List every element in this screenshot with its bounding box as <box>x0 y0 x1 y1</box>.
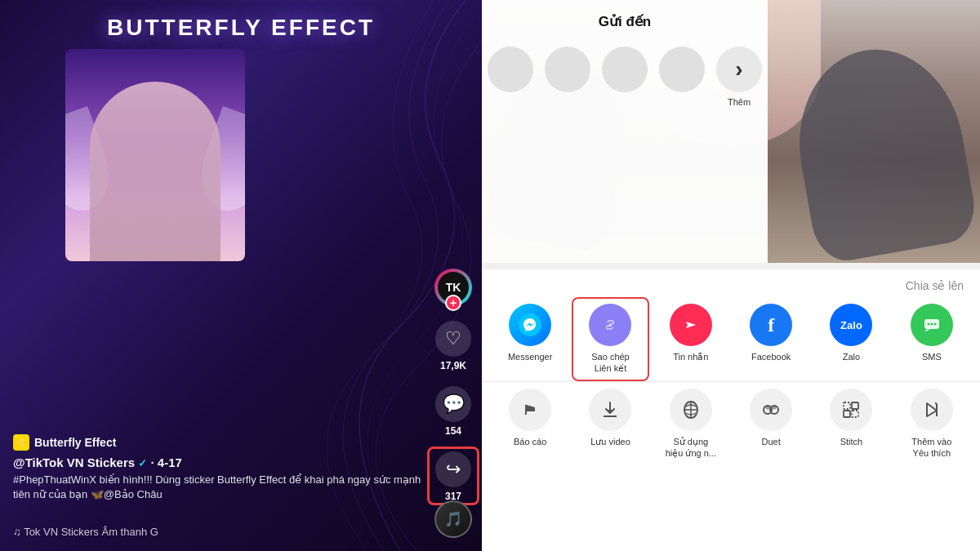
share-app-zalo[interactable]: Zalo Zalo <box>811 297 891 381</box>
more-label: Thêm <box>728 97 751 107</box>
video-panel: BUTTERFLY EFFECT ⭐ Butterfly Effect @Tik… <box>0 0 482 551</box>
profile-button[interactable]: TK + <box>434 269 472 306</box>
share-sheet: Gửi đến <box>482 0 980 551</box>
contact-avatar-4 <box>659 47 705 92</box>
music-disk[interactable]: 🎵 <box>434 500 472 538</box>
bao-cao-label: Báo cáo <box>514 436 546 447</box>
su-dung-label: Sử dụnghiệu ứng n... <box>666 436 716 460</box>
facebook-label: Facebook <box>751 351 791 362</box>
more-contacts-button[interactable]: › Thêm <box>715 47 764 107</box>
duet-icon <box>750 389 792 431</box>
su-dung-icon <box>670 389 712 431</box>
share-button[interactable]: ↪ 317 <box>435 451 471 502</box>
comment-icon: 💬 <box>435 386 471 422</box>
share-app-copy-link[interactable]: Sao chépLiên kết <box>570 297 650 381</box>
tin-nhan-label: Tin nhắn <box>673 351 708 362</box>
share-app-duet[interactable]: Duet <box>731 382 811 466</box>
share-apps-row: Messenger Sao chépLiên kết <box>482 297 980 381</box>
messenger-label: Messenger <box>508 351 552 362</box>
svg-point-0 <box>519 313 541 336</box>
verified-badge: ✓ <box>138 457 147 469</box>
svg-point-4 <box>927 323 929 326</box>
share-icon: ↪ <box>435 451 471 487</box>
svg-rect-15 <box>852 411 858 417</box>
video-title: BUTTERFLY EFFECT <box>0 15 482 41</box>
heart-icon: ♡ <box>435 321 471 357</box>
svg-marker-1 <box>686 322 696 328</box>
share-app-facebook[interactable]: f Facebook <box>731 297 811 381</box>
svg-point-5 <box>930 323 933 326</box>
share-app-sms[interactable]: SMS <box>892 297 972 381</box>
gui-den-header: Gửi đến <box>482 0 768 40</box>
like-button[interactable]: ♡ 17,9K <box>435 321 471 371</box>
duet-label: Duet <box>762 436 781 447</box>
contact-3[interactable] <box>600 47 649 97</box>
comment-button[interactable]: 💬 154 <box>435 386 471 437</box>
svg-point-6 <box>933 323 936 326</box>
sms-icon <box>911 304 953 346</box>
copy-link-icon <box>589 304 631 346</box>
messenger-icon <box>509 304 551 346</box>
follow-plus: + <box>445 295 461 311</box>
sms-label: SMS <box>922 351 942 362</box>
chia-se-label: Chia sẻ lên <box>482 269 980 297</box>
luu-video-icon <box>589 389 631 431</box>
contact-1[interactable] <box>486 47 535 97</box>
tin-nhan-icon <box>670 304 712 346</box>
share-app-luu-video[interactable]: Lưu video <box>570 382 650 466</box>
share-actions-row: Báo cáo Lưu video <box>482 382 980 466</box>
chevron-right-icon: › <box>716 47 762 92</box>
svg-rect-13 <box>852 402 858 409</box>
comment-count: 154 <box>445 425 461 437</box>
song-name: Butterfly Effect <box>34 436 116 449</box>
contact-2[interactable] <box>543 47 592 97</box>
stitch-label: Stitch <box>840 436 863 447</box>
profile-icon: TK + <box>434 269 472 306</box>
them-vao-label: Thêm vàoYêu thích <box>911 436 951 460</box>
share-app-bao-cao[interactable]: Báo cáo <box>490 382 570 466</box>
svg-rect-12 <box>844 402 850 409</box>
share-app-tin-nhan[interactable]: Tin nhắn <box>651 297 731 381</box>
share-app-su-dung[interactable]: Sử dụnghiệu ứng n... <box>651 382 731 466</box>
contacts-row: › Thêm <box>482 40 768 113</box>
share-top-section: Gửi đến <box>482 0 980 269</box>
svg-point-10 <box>766 405 770 409</box>
zalo-icon: Zalo <box>830 304 872 346</box>
video-thumbnail <box>65 49 245 261</box>
share-app-stitch[interactable]: Stitch <box>811 382 891 466</box>
share-bottom-section: Chia sẻ lên <box>482 269 980 551</box>
them-vao-icon <box>911 389 953 431</box>
contact-4[interactable] <box>657 47 706 97</box>
zalo-label: Zalo <box>843 351 860 362</box>
music-bar: ♫ Tok VN Stickers Âm thanh G <box>13 526 158 538</box>
luu-video-label: Lưu video <box>590 436 630 447</box>
stitch-icon <box>830 389 872 431</box>
contacts-container: Gửi đến <box>482 0 768 269</box>
username[interactable]: @TikTok VN Stickers ✓ · 4-17 <box>13 455 425 469</box>
contact-avatar-2 <box>545 47 590 92</box>
share-app-messenger[interactable]: Messenger <box>490 297 570 381</box>
song-icon: ⭐ <box>13 434 29 451</box>
contact-avatar-1 <box>488 47 533 92</box>
svg-point-11 <box>773 405 777 409</box>
bao-cao-icon <box>509 389 551 431</box>
action-bar: TK + ♡ 17,9K 💬 154 ↪ 317 <box>434 269 472 502</box>
video-info: ⭐ Butterfly Effect @TikTok VN Stickers ✓… <box>13 434 425 502</box>
like-count: 17,9K <box>440 360 466 371</box>
facebook-icon: f <box>750 304 792 346</box>
video-description: #PhepThuatWinX biến hình!!! Dùng sticker… <box>13 473 425 502</box>
share-app-them-vao[interactable]: Thêm vàoYêu thích <box>892 382 972 466</box>
song-tag: ⭐ Butterfly Effect <box>13 434 425 451</box>
copy-link-label: Sao chépLiên kết <box>591 351 629 375</box>
svg-rect-14 <box>844 411 850 417</box>
contact-avatar-3 <box>602 47 648 92</box>
svg-marker-3 <box>924 329 930 332</box>
